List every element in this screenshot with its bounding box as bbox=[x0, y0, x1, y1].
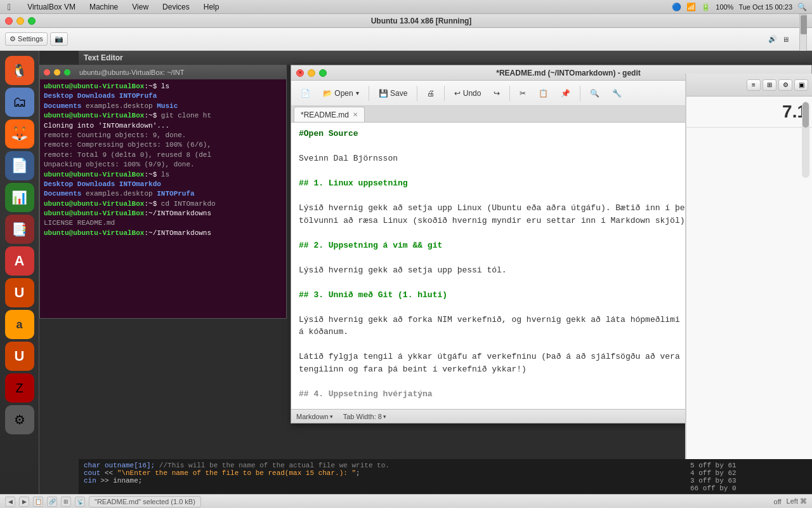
finder-scrollbar[interactable] bbox=[802, 102, 809, 178]
menu-devices[interactable]: Devices bbox=[160, 3, 192, 11]
gedit-save-btn[interactable]: 💾 Save bbox=[373, 84, 414, 102]
diff-line-3: 3 off by 63 bbox=[690, 477, 807, 485]
gedit-open-btn[interactable]: 📂 Open ▾ bbox=[317, 84, 365, 102]
code-line-2: cout << "\nEnter the name of the file to… bbox=[84, 469, 680, 477]
bottom-code-area: char outname[16]; //This will be the nam… bbox=[79, 459, 685, 494]
terminal-maximize-btn[interactable] bbox=[64, 69, 70, 76]
dock-firefox-icon[interactable]: 🦊 bbox=[5, 119, 34, 149]
apple-menu[interactable]:  bbox=[5, 2, 13, 12]
gedit-copy-btn[interactable]: 📋 bbox=[533, 84, 554, 102]
status-copy-btn[interactable]: 📋 bbox=[33, 497, 43, 507]
wifi-icon[interactable]: 📶 bbox=[686, 3, 696, 11]
finder-right-panel: ≡ ⊞ ⚙ ▣ 7.1 bbox=[685, 74, 812, 508]
battery-icon[interactable]: 🔋 bbox=[701, 3, 710, 11]
text-editor-bar: Text Editor bbox=[79, 51, 812, 65]
virtualbox-toolbar: ⚙ Settings 📷 🔊 🖥 bbox=[0, 28, 812, 51]
dock-u2-app-icon[interactable]: U bbox=[5, 342, 34, 371]
menu-virtualboxvm[interactable]: VirtualBox VM bbox=[25, 3, 78, 11]
gedit-tab-close-btn[interactable]: ✕ bbox=[353, 111, 358, 118]
dock-text-editor-icon[interactable]: 📄 bbox=[5, 151, 34, 180]
dock-files-icon[interactable]: 🗂 bbox=[5, 88, 34, 117]
gedit-tools-btn[interactable]: 🔧 bbox=[606, 84, 627, 102]
vbox-settings-btn[interactable]: ⚙ Settings bbox=[5, 32, 48, 46]
maximize-button[interactable] bbox=[28, 17, 36, 25]
dock-calc-icon[interactable]: 📊 bbox=[5, 183, 34, 212]
diff-line-2: 4 off by 62 bbox=[690, 469, 807, 477]
terminal-title: ubuntu@ubuntu-VirtualBox: ~/INT bbox=[79, 69, 184, 76]
gedit-language-selector[interactable]: Markdown ▾ bbox=[296, 413, 333, 420]
menu-machine[interactable]: Machine bbox=[87, 3, 121, 11]
text-editor-label: Text Editor bbox=[84, 53, 123, 62]
terminal-titlebar: ubuntu@ubuntu-VirtualBox: ~/INT bbox=[40, 65, 286, 79]
dock-a-app-icon[interactable]: A bbox=[5, 246, 34, 276]
battery-percent: 100% bbox=[716, 3, 733, 11]
diff-line-1: 5 off by 61 bbox=[690, 462, 807, 469]
gedit-new-btn[interactable]: 📄 bbox=[295, 84, 316, 102]
virtualbox-titlebar: Ubuntu 13.04 x86 [Running] bbox=[0, 14, 812, 28]
menu-help[interactable]: Help bbox=[201, 3, 222, 11]
terminal-close-btn[interactable] bbox=[44, 69, 50, 76]
gedit-tab-readme[interactable]: *README.md ✕ bbox=[294, 107, 365, 122]
search-icon[interactable]: 🔍 bbox=[797, 3, 807, 11]
dock-ubuntu-icon[interactable]: 🐧 bbox=[5, 56, 34, 85]
status-forward-btn[interactable]: ▶ bbox=[19, 497, 29, 507]
status-wifi-btn[interactable]: 📡 bbox=[75, 497, 85, 507]
gedit-tab-label: *README.md bbox=[301, 110, 349, 119]
gedit-language-label: Markdown bbox=[296, 413, 329, 420]
gedit-tabwidth-selector[interactable]: Tab Width: 8 ▾ bbox=[343, 413, 386, 420]
bottom-status-bar: ◀ ▶ 📋 🔗 ⊞ 📡 "README.md" selected (1.0 kB… bbox=[0, 494, 812, 508]
dock-amazon-icon[interactable]: a bbox=[5, 310, 34, 339]
menu-view[interactable]: View bbox=[129, 3, 151, 11]
dock-gear-icon[interactable]: ⚙ bbox=[5, 405, 34, 434]
gedit-cut-btn[interactable]: ✂ bbox=[514, 84, 532, 102]
gedit-close-btn[interactable]: ✕ bbox=[296, 69, 304, 77]
finder-view-btn3[interactable]: ▣ bbox=[794, 79, 808, 91]
gedit-paste-btn[interactable]: 📌 bbox=[555, 84, 576, 102]
code-line-3: cin >> inname; bbox=[84, 477, 680, 485]
minimize-button[interactable] bbox=[16, 17, 24, 25]
menubar:  VirtualBox VM Machine View Devices Hel… bbox=[0, 0, 812, 14]
clock: Tue Oct 15 00:23 bbox=[738, 3, 792, 11]
terminal-content[interactable]: ubuntu@ubuntu-VirtualBox:~$ ls Desktop D… bbox=[40, 79, 286, 318]
ubuntu-desktop: Text Editor ubuntu@ubuntu-VirtualBox: ~/… bbox=[39, 51, 812, 508]
status-keyboard-label: Left ⌘ bbox=[787, 497, 807, 505]
gedit-undo-btn[interactable]: ↩ Undo bbox=[449, 84, 487, 102]
diff-line-4: 66 off by 0 bbox=[690, 485, 807, 492]
gedit-find-btn[interactable]: 🔍 bbox=[584, 84, 605, 102]
vbox-network-icon[interactable]: 🖥 bbox=[782, 36, 789, 43]
dock-zim-icon[interactable]: Z bbox=[5, 373, 34, 403]
status-off-label: off bbox=[774, 498, 782, 505]
finder-zoom: 7.1 bbox=[686, 97, 812, 128]
finder-scroll-thumb bbox=[802, 102, 809, 128]
vbox-screenshot-btn[interactable]: 📷 bbox=[50, 32, 68, 46]
status-back-btn[interactable]: ◀ bbox=[5, 497, 15, 507]
status-grid-btn[interactable]: ⊞ bbox=[61, 497, 71, 507]
close-button[interactable] bbox=[5, 17, 13, 25]
finder-view-btn1[interactable]: ≡ bbox=[747, 79, 761, 91]
ubuntu-dock: 🐧 🗂 🦊 📄 📊 📑 A U a U Z ⚙ bbox=[0, 51, 39, 508]
gedit-tabwidth-label: Tab Width: 8 bbox=[343, 413, 382, 420]
virtualbox-title: Ubuntu 13.04 x86 [Running] bbox=[36, 17, 807, 25]
status-file-info: "README.md" selected (1.0 kB) bbox=[89, 496, 201, 507]
gedit-redo-btn[interactable]: ↪ bbox=[488, 84, 506, 102]
code-line-1: char outname[16]; //This will be the nam… bbox=[84, 462, 680, 469]
vbox-audio-icon[interactable]: 🔊 bbox=[768, 35, 777, 43]
finder-view-btn2[interactable]: ⊞ bbox=[763, 79, 776, 91]
bottom-right-area: 5 off by 61 4 off by 62 3 off by 63 66 o… bbox=[685, 459, 812, 494]
gedit-print-btn[interactable]: 🖨 bbox=[421, 84, 440, 102]
gedit-maximize-btn[interactable] bbox=[319, 69, 327, 77]
terminal-window: ubuntu@ubuntu-VirtualBox: ~/INT ubuntu@u… bbox=[39, 65, 287, 319]
gedit-tabwidth-chevron: ▾ bbox=[383, 413, 386, 420]
finder-rp-header: ≡ ⊞ ⚙ ▣ bbox=[686, 74, 812, 97]
terminal-minimize-btn[interactable] bbox=[54, 69, 60, 76]
gedit-language-chevron: ▾ bbox=[330, 413, 333, 420]
status-link-btn[interactable]: 🔗 bbox=[47, 497, 57, 507]
dock-u-app-icon[interactable]: U bbox=[5, 278, 34, 307]
gedit-minimize-btn[interactable] bbox=[308, 69, 315, 77]
bluetooth-icon[interactable]: 🔵 bbox=[672, 3, 681, 11]
finder-gear-btn[interactable]: ⚙ bbox=[778, 79, 792, 91]
dock-impress-icon[interactable]: 📑 bbox=[5, 215, 34, 244]
